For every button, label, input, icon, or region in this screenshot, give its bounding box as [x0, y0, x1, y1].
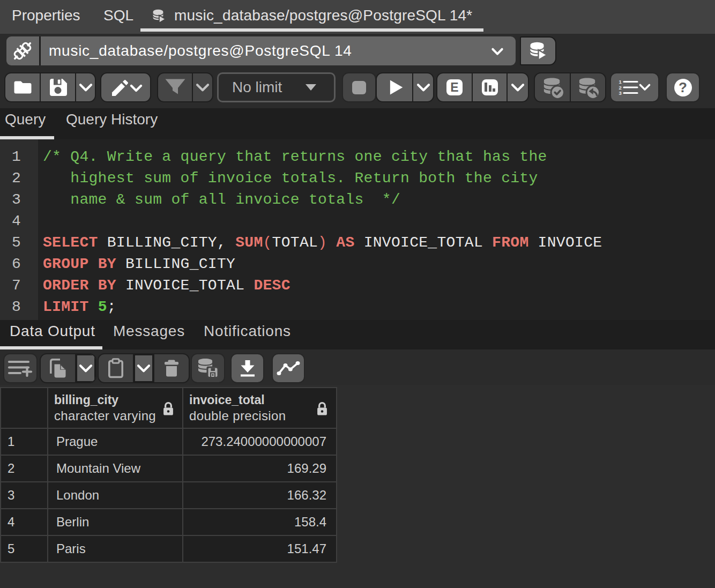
svg-text:3: 3 [619, 90, 622, 96]
svg-text:1: 1 [619, 79, 622, 85]
svg-text:2: 2 [619, 85, 622, 91]
